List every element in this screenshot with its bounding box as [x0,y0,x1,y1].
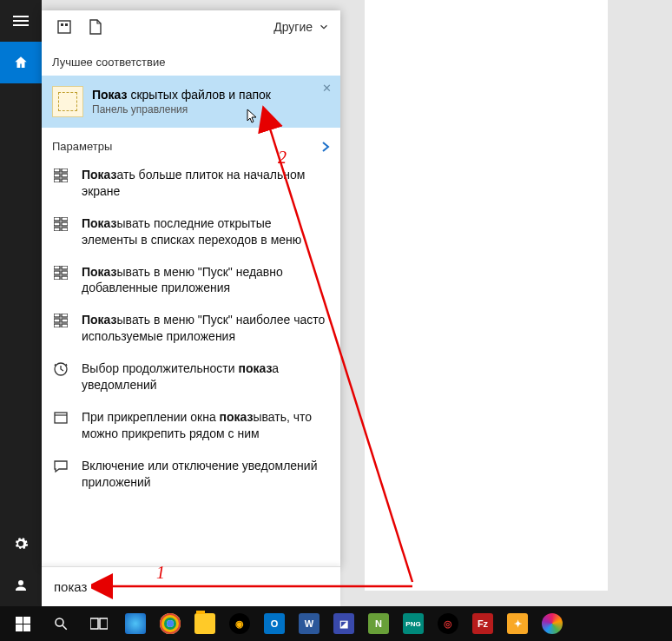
start-button[interactable] [3,606,42,641]
svg-rect-35 [23,624,30,631]
task-view-button[interactable] [80,606,118,641]
svg-rect-16 [62,266,68,269]
taskbar-app-png[interactable]: PNG [396,606,431,641]
settings-item-label: Показывать в меню "Пуск" недавно добавле… [82,264,328,297]
settings-item[interactable]: При прикреплении окна показывать, что мо… [42,402,340,451]
taskbar-app-ie[interactable] [118,606,153,641]
taskbar-app-outlook[interactable]: O [257,606,292,641]
svg-rect-26 [62,324,68,327]
files-icon [194,613,215,634]
svg-rect-24 [62,319,68,322]
best-match-result[interactable]: Показ скрытых файлов и папок Панель упра… [42,76,340,128]
settings-item[interactable]: Показать больше плиток на начальном экра… [42,160,340,208]
taskbar-search-button[interactable] [42,606,80,641]
settings-item-label: Показывать последние открытые элементы в… [82,215,328,248]
svg-rect-39 [100,618,108,629]
clock-icon [54,362,71,376]
user-icon [13,578,29,593]
svg-rect-12 [62,222,68,226]
taskbar-app-picasa[interactable] [535,606,570,641]
svg-rect-13 [54,228,60,231]
aimp-icon: ◉ [229,613,250,634]
npp-icon: N [368,613,389,634]
tiles-icon [54,169,71,182]
start-left-rail [0,0,42,606]
taskbar-app-img1[interactable]: ◪ [326,606,361,641]
window-icon [54,411,71,425]
annotation-label-1: 1 [156,563,165,583]
taskview-icon [90,617,108,631]
best-match-header: Лучшее соответствие [42,43,340,76]
taskbar-app-misc[interactable]: ✦ [500,606,535,641]
chevron-right-icon [321,141,330,153]
apps-icon [57,20,71,34]
tiles-icon [54,217,71,231]
apps-filter-button[interactable] [52,15,76,39]
settings-item[interactable]: Показывать последние открытые элементы в… [42,208,340,257]
desktop: Другие Лучшее соответствие Показ скрытых… [0,0,672,606]
ie-icon [125,613,146,634]
settings-item-label: Показать больше плиток на начальном экра… [82,167,328,200]
documents-filter-button[interactable] [83,15,108,39]
annotation-label-2: 2 [278,148,287,168]
taskbar-app-word[interactable]: W [292,606,326,641]
svg-rect-25 [54,324,60,327]
svg-line-37 [63,625,67,630]
svg-rect-19 [54,276,60,280]
outlook-icon: O [264,613,285,634]
search-results-panel: Другие Лучшее соответствие Показ скрытых… [42,10,340,566]
settings-header[interactable]: Параметры [42,128,340,160]
taskbar-app-fz[interactable]: Fz [465,606,500,641]
hamburger-icon [13,13,29,29]
document-icon [89,19,102,35]
chrome-icon [160,613,181,634]
svg-rect-4 [62,169,68,172]
svg-rect-21 [54,314,60,317]
taskbar-app-files[interactable] [188,606,222,641]
svg-rect-6 [62,174,68,177]
svg-rect-17 [54,271,60,274]
best-match-text: Показ скрытых файлов и папок Панель упра… [92,88,271,116]
svg-point-36 [56,618,63,626]
chat-icon [54,459,71,473]
settings-item-label: При прикреплении окна показывать, что мо… [82,409,328,442]
taskbar-app-npp[interactable]: N [361,606,396,641]
taskbar-app-chrome[interactable] [153,606,188,641]
svg-rect-33 [23,617,30,624]
picasa-icon [542,613,563,634]
mouse-cursor-icon [247,109,259,124]
user-button[interactable] [0,565,42,606]
settings-list: Показать больше плиток на начальном экра… [42,160,340,499]
svg-rect-10 [62,217,68,221]
chevron-down-icon [318,21,330,33]
search-input[interactable] [42,567,340,606]
taskbar-app-od[interactable]: ◎ [431,606,465,641]
svg-rect-9 [54,217,60,221]
svg-rect-8 [62,179,68,182]
settings-button[interactable] [0,523,42,565]
svg-rect-22 [62,314,68,317]
settings-item-label: Показывать в меню "Пуск" наиболее часто … [82,312,328,345]
svg-rect-14 [62,228,68,231]
settings-item[interactable]: Выбор продолжительности показа уведомлен… [42,354,340,402]
hamburger-button[interactable] [0,0,42,42]
svg-rect-20 [62,276,68,280]
fz-icon: Fz [472,613,493,634]
settings-item[interactable]: Показывать в меню "Пуск" наиболее часто … [42,305,340,354]
svg-rect-7 [54,179,60,182]
svg-rect-11 [54,222,60,226]
settings-item[interactable]: Показывать в меню "Пуск" недавно добавле… [42,257,340,306]
home-button[interactable] [0,42,42,83]
panel-header: Другие [42,10,340,43]
windows-icon [16,617,30,631]
taskbar-app-aimp[interactable]: ◉ [222,606,257,641]
other-filter-dropdown[interactable]: Другие [273,20,330,34]
misc-icon: ✦ [507,613,528,634]
tiles-icon [54,314,71,327]
svg-rect-38 [90,618,98,629]
svg-rect-1 [61,23,63,26]
svg-rect-34 [16,624,23,631]
best-match-close[interactable]: ✕ [322,83,332,94]
settings-item[interactable]: Включение или отключение уведомлений при… [42,451,340,499]
word-icon: W [299,613,320,634]
